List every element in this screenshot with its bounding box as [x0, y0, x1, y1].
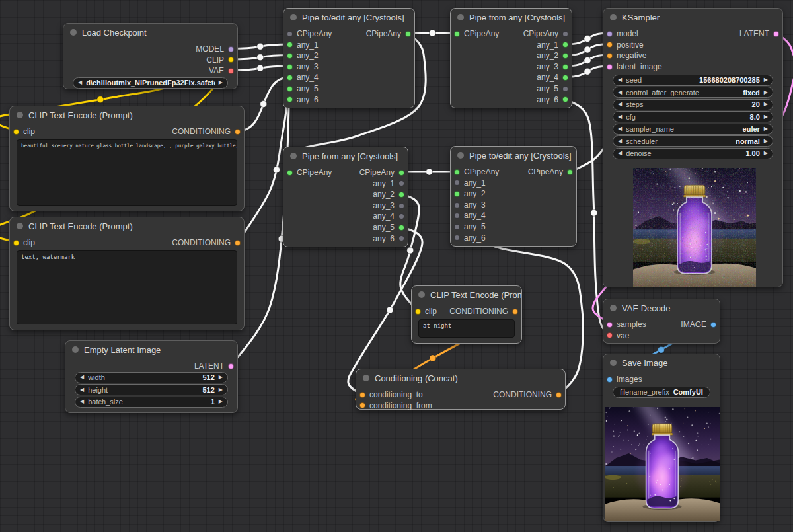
collapse-dot-icon[interactable]: [72, 346, 79, 353]
input-port-model[interactable]: [607, 31, 613, 37]
input-port-images[interactable]: [607, 377, 613, 383]
collapse-dot-icon[interactable]: [610, 360, 617, 366]
input-port-any_3[interactable]: [287, 64, 293, 70]
output-port-any_1[interactable]: [562, 42, 568, 48]
output-port-CPipeAny[interactable]: [562, 31, 568, 37]
input-port-clip[interactable]: [415, 309, 421, 315]
input-port-negative[interactable]: [607, 53, 613, 59]
node-load-checkpoint-header[interactable]: Load Checkpoint: [63, 24, 237, 41]
node-save-image[interactable]: Save Imageimagesfilename_prefixComfyUI: [603, 354, 720, 522]
collapse-dot-icon[interactable]: [457, 152, 464, 159]
node-clip-text-encode-positive-header[interactable]: CLIP Text Encode (Prompt): [10, 106, 244, 124]
collapse-dot-icon[interactable]: [17, 112, 23, 118]
node-clip-text-encode-night[interactable]: CLIP Text Encode (Prompt)clipCONDITIONIN…: [411, 285, 522, 344]
node-clip-text-encode-night-header[interactable]: CLIP Text Encode (Prompt): [412, 286, 521, 303]
collapse-dot-icon[interactable]: [70, 29, 77, 36]
sampler_name-widget[interactable]: ◀sampler_nameeuler▶: [613, 124, 773, 135]
input-port-CPipeAny[interactable]: [287, 170, 293, 176]
input-port-CPipeAny[interactable]: [287, 31, 293, 37]
increment-arrow-icon[interactable]: ▶: [764, 151, 768, 156]
input-port-CPipeAny[interactable]: [454, 31, 460, 37]
width-widget[interactable]: ◀width512▶: [75, 372, 228, 383]
output-port-MODEL[interactable]: [228, 46, 234, 52]
input-port-positive[interactable]: [607, 42, 613, 48]
decrement-arrow-icon[interactable]: ◀: [618, 102, 622, 107]
output-port-CONDITIONING[interactable]: [235, 240, 241, 246]
decrement-arrow-icon[interactable]: ◀: [618, 114, 622, 120]
node-clip-text-encode-negative-header[interactable]: CLIP Text Encode (Prompt): [10, 217, 244, 235]
output-port-any_2[interactable]: [398, 192, 404, 198]
output-port-any_5[interactable]: [562, 86, 568, 92]
scheduler-widget[interactable]: ◀schedulernormal▶: [613, 135, 773, 147]
control_after_generate-widget[interactable]: ◀control_after_generatefixed▶: [613, 87, 773, 98]
input-port-clip[interactable]: [13, 240, 19, 246]
input-port-any_5[interactable]: [287, 86, 293, 92]
collapse-dot-icon[interactable]: [363, 375, 369, 381]
decrement-arrow-icon[interactable]: ◀: [618, 77, 622, 83]
input-port-any_1[interactable]: [287, 42, 293, 48]
node-conditioning-concat-header[interactable]: Conditioning (Concat): [356, 369, 565, 387]
prompt-textarea[interactable]: at night: [418, 319, 515, 338]
node-pipe-to-edit-middle-right[interactable]: Pipe to/edit any [Crystools]CPipeAnyCPip…: [450, 146, 577, 247]
input-port-any_6[interactable]: [287, 96, 293, 102]
denoise-widget[interactable]: ◀denoise1.00▶: [613, 148, 773, 159]
output-port-IMAGE[interactable]: [710, 322, 716, 328]
collapse-dot-icon[interactable]: [17, 223, 23, 229]
collapse-dot-icon[interactable]: [610, 305, 617, 311]
output-port-CONDITIONING[interactable]: [556, 392, 562, 398]
seed-widget[interactable]: ◀seed156680208700285▶: [613, 75, 773, 86]
output-port-LATENT[interactable]: [228, 363, 234, 369]
next-arrow-icon[interactable]: ▶: [219, 80, 223, 85]
height-widget[interactable]: ◀height512▶: [75, 384, 228, 395]
increment-arrow-icon[interactable]: ▶: [764, 77, 768, 83]
batch_size-widget[interactable]: ◀batch_size1▶: [75, 397, 228, 408]
input-port-samples[interactable]: [607, 322, 613, 328]
input-port-any_6[interactable]: [454, 235, 460, 241]
input-port-any_4[interactable]: [287, 75, 293, 81]
node-ksampler-header[interactable]: KSampler: [603, 9, 782, 26]
collapse-dot-icon[interactable]: [418, 291, 425, 298]
input-port-any_2[interactable]: [454, 191, 460, 197]
output-port-any_6[interactable]: [398, 235, 404, 241]
increment-arrow-icon[interactable]: ▶: [219, 375, 223, 380]
prompt-textarea[interactable]: beautiful scenery nature glass bottle la…: [17, 139, 237, 206]
node-clip-text-encode-positive[interactable]: CLIP Text Encode (Prompt)clipCONDITIONIN…: [9, 106, 245, 211]
node-empty-latent-image[interactable]: Empty Latent ImageLATENT◀width512▶◀heigh…: [65, 340, 238, 413]
filename_prefix-widget[interactable]: filename_prefixComfyUI: [613, 387, 710, 398]
collapse-dot-icon[interactable]: [457, 14, 464, 20]
output-port-any_3[interactable]: [562, 64, 568, 70]
output-port-CONDITIONING[interactable]: [235, 129, 241, 135]
output-port-CPipeAny[interactable]: [405, 31, 411, 37]
output-port-VAE[interactable]: [228, 68, 234, 74]
input-port-any_2[interactable]: [287, 53, 293, 59]
output-port-CPipeAny[interactable]: [567, 169, 573, 175]
output-port-CLIP[interactable]: [228, 57, 234, 63]
increment-arrow-icon[interactable]: ▶: [764, 102, 768, 107]
ckpt_name-widget[interactable]: ◀d\chilloutmix_NiPrunedFp32Fix.safetenso…: [73, 77, 228, 89]
previous-arrow-icon[interactable]: ◀: [78, 80, 82, 85]
graph-canvas[interactable]: Load CheckpointMODELCLIPVAE◀d\chilloutmi…: [0, 0, 793, 532]
node-ksampler[interactable]: KSamplermodelLATENTpositivenegativelaten…: [603, 8, 783, 287]
decrement-arrow-icon[interactable]: ◀: [618, 126, 622, 132]
input-port-latent_image[interactable]: [607, 64, 613, 70]
increment-arrow-icon[interactable]: ▶: [764, 114, 768, 120]
node-pipe-to-edit-top-header[interactable]: Pipe to/edit any [Crystools]: [283, 9, 414, 26]
collapse-dot-icon[interactable]: [610, 14, 617, 20]
output-port-any_4[interactable]: [398, 213, 404, 219]
input-port-any_5[interactable]: [454, 224, 460, 230]
node-pipe-from-middle-header[interactable]: Pipe from any [Crystools]: [283, 147, 408, 165]
output-port-CPipeAny[interactable]: [398, 170, 404, 176]
decrement-arrow-icon[interactable]: ◀: [618, 139, 622, 144]
node-empty-latent-image-header[interactable]: Empty Latent Image: [65, 341, 237, 358]
decrement-arrow-icon[interactable]: ◀: [618, 90, 622, 95]
increment-arrow-icon[interactable]: ▶: [764, 139, 768, 144]
input-port-clip[interactable]: [13, 129, 19, 135]
node-pipe-to-edit-top[interactable]: Pipe to/edit any [Crystools]CPipeAnyCPip…: [283, 8, 415, 108]
steps-widget[interactable]: ◀steps20▶: [613, 99, 773, 110]
input-port-conditioning_to[interactable]: [359, 392, 365, 398]
increment-arrow-icon[interactable]: ▶: [764, 126, 768, 132]
decrement-arrow-icon[interactable]: ◀: [80, 399, 84, 404]
collapse-dot-icon[interactable]: [290, 14, 297, 20]
input-port-any_3[interactable]: [454, 202, 460, 208]
output-port-CONDITIONING[interactable]: [512, 309, 518, 315]
